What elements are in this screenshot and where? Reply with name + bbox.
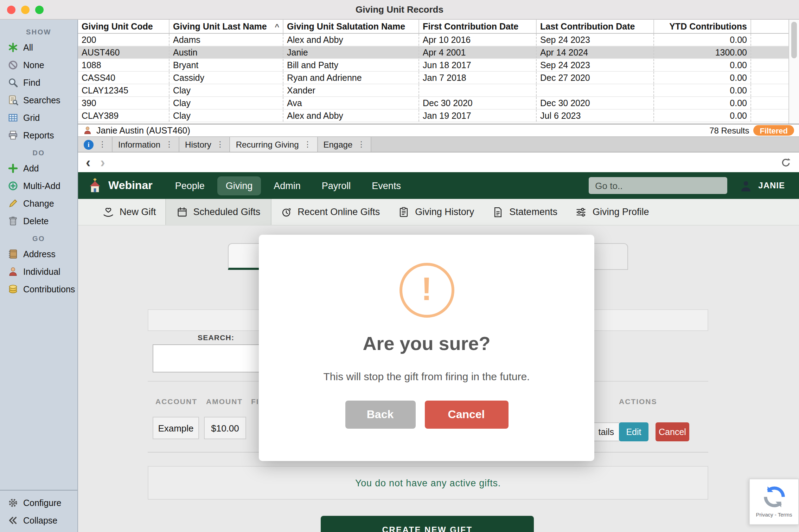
sidebar-item-find[interactable]: Find xyxy=(0,74,77,91)
cell-code: CLAY12345 xyxy=(78,84,170,96)
magnifier-icon xyxy=(8,77,18,88)
table-row[interactable]: 390ClayAvaDec 30 2020Dec 30 20200.00 xyxy=(78,97,799,110)
sidebar-item-configure[interactable]: Configure xyxy=(0,494,77,512)
recaptcha-terms[interactable]: Privacy - Terms xyxy=(756,512,792,518)
sidebar-item-label: Add xyxy=(23,163,39,173)
create-new-gift-button[interactable]: CREATE NEW GIFT xyxy=(321,516,534,532)
back-arrow-icon[interactable]: ‹ xyxy=(86,155,90,169)
records-body: 200AdamsAlex and AbbyApr 10 2016Sep 24 2… xyxy=(78,34,799,122)
cell-salutation: Janie xyxy=(283,46,419,58)
coins-icon xyxy=(8,284,18,294)
sidebar-item-label: Address xyxy=(23,249,56,259)
sidebar-item-contributions[interactable]: Contributions xyxy=(0,280,77,298)
sidebar-item-individual[interactable]: Individual xyxy=(0,263,77,280)
tab-recurring-giving[interactable]: Recurring Giving⋮ xyxy=(230,137,318,152)
forward-arrow-icon[interactable]: › xyxy=(100,155,105,169)
column-header-last-contribution-date[interactable]: Last Contribution Date xyxy=(537,20,654,33)
cell-ytd: 1300.00 xyxy=(654,46,751,58)
trash-icon xyxy=(8,216,18,226)
table-row[interactable]: CLAY12345ClayXander0.00 xyxy=(78,84,799,97)
table-row[interactable]: CLAY389ClayAlex and AbbyJan 19 2017Jul 6… xyxy=(78,110,799,122)
subnav-item-new-gift[interactable]: New Gift xyxy=(94,199,165,225)
info-tab[interactable]: i ⋮ xyxy=(78,137,113,152)
subnav-item-label: New Gift xyxy=(120,207,156,217)
sidebar-item-multi-add[interactable]: Multi-Add xyxy=(0,177,77,195)
column-header-label: YTD Contributions xyxy=(669,21,747,31)
cell-salutation: Xander xyxy=(283,84,419,96)
tab-history[interactable]: History⋮ xyxy=(179,137,230,152)
tab-menu-dots-icon[interactable]: ⋮ xyxy=(165,140,173,149)
sidebar-item-add[interactable]: Add xyxy=(0,160,77,177)
cell-last-name: Clay xyxy=(170,110,283,122)
sidebar-item-collapse[interactable]: Collapse xyxy=(0,512,77,529)
tab-menu-dots-icon[interactable]: ⋮ xyxy=(357,140,365,149)
table-row[interactable]: 1088BryantBill and PattyJun 18 2017Sep 2… xyxy=(78,59,799,72)
table-row[interactable]: CASS40CassidyRyan and AdrienneJan 7 2018… xyxy=(78,72,799,84)
subnav-item-giving-profile[interactable]: Giving Profile xyxy=(567,199,658,225)
app-window: Giving Unit Records SHOWAllNoneFindSearc… xyxy=(0,0,799,532)
gift-account-cell: Example xyxy=(153,417,199,439)
record-bar: Janie Austin (AUST460) 78 Results Filter… xyxy=(78,124,799,137)
cancel-gift-row-button[interactable]: Cancel xyxy=(656,422,689,441)
table-row[interactable]: AUST460AustinJanieApr 4 2001Apr 14 20241… xyxy=(78,46,799,59)
sidebar-item-change[interactable]: Change xyxy=(0,195,77,212)
zoom-window-button[interactable] xyxy=(35,5,44,14)
column-header-giving-unit-salutation-name[interactable]: Giving Unit Salutation Name xyxy=(283,20,419,33)
filtered-badge[interactable]: Filtered xyxy=(754,125,794,136)
nav-item-admin[interactable]: Admin xyxy=(265,176,309,195)
column-header-giving-unit-last-name[interactable]: Giving Unit Last Name^ xyxy=(170,20,283,33)
subnav-item-recent-online-gifts[interactable]: Recent Online Gifts xyxy=(271,199,389,225)
goto-input[interactable] xyxy=(589,177,727,194)
person-icon xyxy=(83,126,92,135)
subnav-item-giving-history[interactable]: Giving History xyxy=(389,199,483,225)
tab-engage[interactable]: Engage⋮ xyxy=(318,137,372,152)
multi-add-icon xyxy=(8,181,18,191)
tab-menu-dots-icon[interactable]: ⋮ xyxy=(98,140,106,149)
sidebar-section-show: SHOW xyxy=(0,28,77,36)
column-header-first-contribution-date[interactable]: First Contribution Date xyxy=(419,20,537,33)
pencil-icon xyxy=(8,198,18,209)
sidebar-item-none[interactable]: None xyxy=(0,56,77,74)
traffic-lights xyxy=(7,5,44,14)
subnav-item-scheduled-gifts[interactable]: Scheduled Gifts xyxy=(165,199,272,225)
user-menu[interactable]: JANIE xyxy=(739,178,785,193)
subnav-item-statements[interactable]: Statements xyxy=(483,199,567,225)
sidebar-item-address[interactable]: Address xyxy=(0,245,77,263)
cell-last-date: Sep 24 2023 xyxy=(537,59,654,71)
cell-code: CLAY389 xyxy=(78,110,170,122)
table-row[interactable]: 200AdamsAlex and AbbyApr 10 2016Sep 24 2… xyxy=(78,34,799,46)
nav-item-people[interactable]: People xyxy=(167,176,213,195)
sidebar-item-delete[interactable]: Delete xyxy=(0,212,77,230)
cell-salutation: Ryan and Adrienne xyxy=(283,72,419,84)
results-count: 78 Results xyxy=(709,125,749,135)
sidebar-item-all[interactable]: All xyxy=(0,39,77,56)
sidebar-item-grid[interactable]: Grid xyxy=(0,109,77,126)
tab-label: Recurring Giving xyxy=(236,140,299,149)
refresh-icon[interactable] xyxy=(781,157,791,168)
nav-item-giving[interactable]: Giving xyxy=(217,176,261,195)
tab-information[interactable]: Information⋮ xyxy=(113,137,179,152)
close-window-button[interactable] xyxy=(7,5,15,14)
nav-item-events[interactable]: Events xyxy=(363,176,409,195)
minimize-window-button[interactable] xyxy=(21,5,30,14)
column-header-label: Last Contribution Date xyxy=(540,21,635,31)
cancel-button[interactable]: Cancel xyxy=(424,401,508,429)
cell-ytd: 0.00 xyxy=(654,110,751,122)
gear-icon xyxy=(8,498,18,508)
sidebar-item-label: Delete xyxy=(23,216,49,226)
edit-button[interactable]: Edit xyxy=(619,422,648,441)
sidebar-item-searches[interactable]: Searches xyxy=(0,91,77,109)
back-button[interactable]: Back xyxy=(345,401,415,429)
exclamation-mark-icon: ! xyxy=(421,270,432,307)
tab-menu-dots-icon[interactable]: ⋮ xyxy=(216,140,224,149)
sidebar-item-reports[interactable]: Reports xyxy=(0,126,77,144)
sidebar-item-label: Find xyxy=(23,78,40,87)
column-header-giving-unit-code[interactable]: Giving Unit Code xyxy=(78,20,170,33)
tab-menu-dots-icon[interactable]: ⋮ xyxy=(304,140,312,149)
cell-last-name: Clay xyxy=(170,97,283,109)
column-header-ytd-contributions[interactable]: YTD Contributions xyxy=(654,20,751,33)
nav-item-payroll[interactable]: Payroll xyxy=(313,176,359,195)
calendar-icon xyxy=(177,206,188,218)
recaptcha-badge[interactable]: Privacy - Terms xyxy=(749,479,799,525)
records-scrollbar[interactable] xyxy=(788,20,799,124)
